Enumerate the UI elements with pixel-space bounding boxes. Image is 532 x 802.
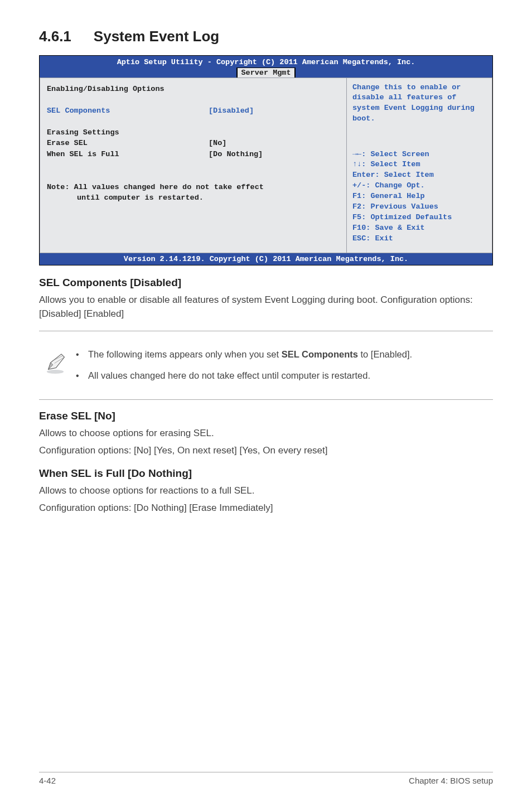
bios-enable-heading: Enabling/Disabling Options [47, 84, 340, 95]
bios-key-optimized-defaults: F5: Optimized Defaults [352, 212, 486, 223]
bios-tab-row: Server Mgmt [40, 67, 492, 78]
section-heading: 4.6.1System Event Log [39, 28, 493, 45]
bios-note-line2: until computer is restarted. [47, 192, 340, 204]
subhead-sel-components: SEL Components [Disabled] [39, 277, 493, 289]
bios-row-sel-components: SEL Components [Disabled] [47, 105, 340, 117]
note-content: The following items appears only when yo… [71, 347, 493, 390]
section-number: 4.6.1 [39, 28, 71, 45]
page-footer: 4-42 Chapter 4: BIOS setup [39, 772, 493, 785]
note-item-1: The following items appears only when yo… [71, 348, 493, 361]
bios-key-enter: Enter: Select Item [352, 170, 486, 181]
bios-erase-heading: Erasing Settings [47, 127, 340, 138]
bios-tab-server-mgmt: Server Mgmt [236, 67, 295, 78]
bios-header-text: Aptio Setup Utility - Copyright (C) 2011… [40, 57, 492, 67]
bios-help-text: Change this to enable or disable all fea… [352, 83, 486, 149]
bios-key-save-exit: F10: Save & Exit [352, 223, 486, 234]
bios-left-pane: Enabling/Disabling Options SEL Component… [40, 78, 346, 253]
bios-full-value: [Do Nothing] [209, 149, 263, 160]
page-number: 4-42 [39, 776, 56, 785]
bios-header: Aptio Setup Utility - Copyright (C) 2011… [40, 56, 492, 78]
note1-post: to [Enabled]. [358, 349, 412, 359]
bios-key-esc-exit: ESC: Exit [352, 234, 486, 244]
para-when-full-a: Allows to choose options for reactions t… [39, 484, 493, 498]
bios-erase-value: [No] [209, 138, 226, 149]
note-item-2: All values changed here do not take effe… [71, 369, 493, 383]
para-erase-sel-a: Allows to choose options for erasing SEL… [39, 427, 493, 441]
subhead-when-full: When SEL is Full [Do Nothing] [39, 467, 493, 480]
bios-key-change-opt: +/-: Change Opt. [352, 181, 486, 191]
para-sel-components: Allows you to enable or disable all feat… [39, 293, 493, 321]
bios-sel-label: SEL Components [47, 105, 209, 117]
bios-key-select-screen: →←: Select Screen [352, 149, 486, 160]
note-block: The following items appears only when yo… [39, 331, 493, 400]
para-when-full-b: Configuration options: [Do Nothing] [Era… [39, 501, 493, 515]
chapter-label: Chapter 4: BIOS setup [409, 776, 493, 785]
bios-note-line1: Note: All values changed here do not tak… [47, 182, 340, 193]
subhead-erase-sel: Erase SEL [No] [39, 410, 493, 422]
bios-sel-value: [Disabled] [209, 105, 254, 117]
bios-screenshot: Aptio Setup Utility - Copyright (C) 2011… [39, 55, 493, 265]
bios-erase-label: Erase SEL [47, 138, 209, 149]
bios-row-when-full: When SEL is Full [Do Nothing] [47, 149, 340, 160]
note1-pre: The following items appears only when yo… [88, 349, 282, 359]
bios-right-pane: Change this to enable or disable all fea… [346, 78, 492, 253]
para-erase-sel-b: Configuration options: [No] [Yes, On nex… [39, 444, 493, 458]
note-pencil-icon [39, 347, 71, 377]
section-title-text: System Event Log [94, 28, 219, 45]
bios-key-general-help: F1: General Help [352, 191, 486, 202]
bios-footer: Version 2.14.1219. Copyright (C) 2011 Am… [40, 253, 492, 265]
note1-bold: SEL Components [282, 349, 358, 359]
bios-main: Enabling/Disabling Options SEL Component… [40, 78, 492, 253]
bios-row-erase-sel: Erase SEL [No] [47, 138, 340, 149]
bios-full-label: When SEL is Full [47, 149, 209, 160]
bios-key-select-item: ↑↓: Select Item [352, 160, 486, 170]
bios-key-previous-values: F2: Previous Values [352, 202, 486, 212]
svg-point-0 [47, 370, 64, 374]
